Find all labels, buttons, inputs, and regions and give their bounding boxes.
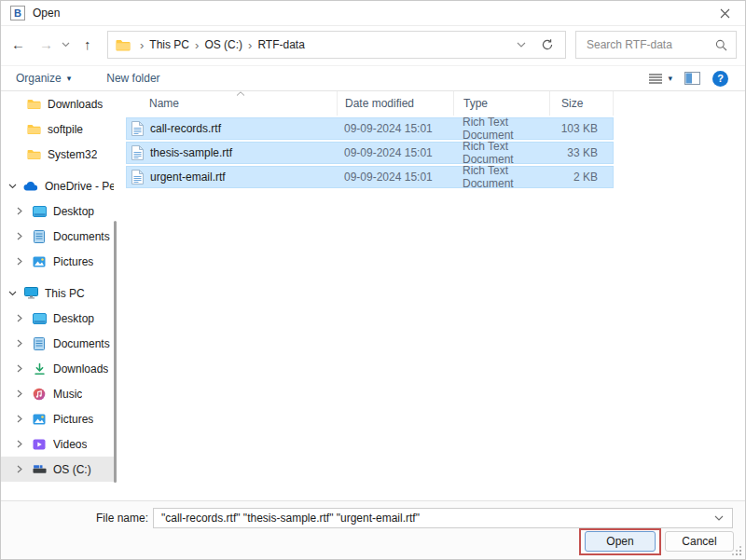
sidebar-item-this-pc[interactable]: This PC [1, 280, 114, 306]
resize-grip[interactable] [732, 546, 741, 555]
file-name: thesis-sample.rtf [150, 146, 232, 159]
file-type: Rich Text Document [454, 116, 550, 142]
sort-ascending-icon [236, 91, 245, 96]
chevron-down-icon[interactable] [8, 291, 17, 296]
chevron-right-icon[interactable] [17, 257, 25, 266]
sidebar-label: Desktop [53, 205, 94, 218]
open-button[interactable]: Open [585, 531, 656, 552]
preview-pane-button[interactable] [684, 72, 700, 85]
navigation-pane: Downloads softpile System32 OneDrive - P… [1, 91, 114, 500]
sidebar-item-onedrive-pictures[interactable]: Pictures [1, 249, 114, 274]
file-type: Rich Text Document [454, 140, 550, 166]
new-folder-label: New folder [106, 72, 159, 85]
file-date: 09-09-2024 15:01 [338, 122, 454, 135]
sidebar-label: Documents [53, 337, 110, 350]
sidebar-item-downloads-quick[interactable]: Downloads [1, 91, 114, 116]
file-name-dropdown-icon[interactable] [706, 515, 732, 521]
sidebar-item-system32[interactable]: System32 [1, 142, 114, 167]
sidebar-label: Pictures [53, 255, 93, 268]
up-icon[interactable]: ↑ [84, 37, 91, 51]
chevron-right-icon[interactable] [17, 314, 25, 322]
desktop-icon [32, 313, 47, 324]
search-box [575, 31, 737, 59]
breadcrumb-item-this-pc[interactable]: This PC [149, 38, 189, 51]
chevron-down-icon[interactable] [8, 184, 17, 189]
column-header-name[interactable]: Name [126, 91, 338, 116]
refresh-icon[interactable] [541, 38, 554, 51]
help-button[interactable]: ? [712, 71, 728, 87]
column-header-type[interactable]: Type [454, 91, 550, 116]
file-row-call-records[interactable]: call-records.rtf 09-09-2024 15:01 Rich T… [126, 117, 614, 140]
onedrive-cloud-icon [23, 182, 38, 191]
chevron-right-icon[interactable] [17, 440, 25, 448]
downloads-icon [32, 362, 47, 376]
forward-icon[interactable]: → [39, 37, 53, 51]
sidebar-label: Documents [53, 230, 110, 243]
file-name-label: File name: [81, 512, 148, 525]
sidebar-item-music[interactable]: Music [1, 381, 114, 406]
new-folder-button[interactable]: New folder [106, 72, 159, 85]
file-size: 33 KB [550, 146, 611, 159]
column-label: Date modified [345, 97, 414, 110]
column-label: Size [561, 97, 583, 110]
chevron-right-icon[interactable] [17, 232, 25, 240]
file-name: urgent-email.rtf [150, 171, 226, 184]
file-name: call-records.rtf [150, 122, 221, 135]
sidebar-scrollbar[interactable] [114, 221, 117, 483]
chevron-right-icon[interactable] [17, 465, 25, 473]
chevron-right-icon[interactable] [17, 339, 25, 348]
search-icon[interactable] [715, 39, 727, 51]
close-button[interactable] [713, 3, 736, 23]
organize-button[interactable]: Organize ▾ [16, 72, 71, 85]
sidebar-label: softpile [48, 123, 83, 136]
file-row-thesis-sample[interactable]: thesis-sample.rtf 09-09-2024 15:01 Rich … [126, 142, 614, 164]
search-input[interactable] [585, 37, 715, 52]
sidebar-item-softpile[interactable]: softpile [1, 116, 114, 142]
breadcrumb: › This PC › OS (C:) › RTF-data [107, 31, 566, 59]
rtf-file-icon [131, 145, 144, 160]
rtf-file-icon [131, 121, 144, 136]
sidebar-label: Downloads [48, 98, 103, 111]
breadcrumb-item-rtf-data[interactable]: RTF-data [257, 38, 304, 51]
window-title: Open [33, 7, 60, 20]
file-size: 2 KB [550, 171, 611, 184]
drive-icon [32, 464, 47, 474]
breadcrumb-separator: › [189, 38, 204, 52]
file-date: 09-09-2024 15:01 [338, 171, 454, 184]
pictures-icon [32, 256, 47, 267]
file-name-input[interactable] [154, 512, 706, 525]
cancel-button[interactable]: Cancel [665, 531, 734, 552]
command-toolbar: Organize ▾ New folder ▾ [1, 65, 745, 91]
sidebar-item-onedrive-desktop[interactable]: Desktop [1, 198, 114, 224]
rtf-file-icon [131, 170, 144, 184]
back-icon[interactable]: ← [11, 37, 25, 51]
address-dropdown-icon[interactable] [517, 42, 526, 48]
sidebar-label: OS (C:) [53, 463, 91, 476]
dialog-footer: File name: Open Cancel [1, 500, 745, 559]
column-headers: Name Date modified Type Size [126, 91, 614, 116]
sidebar-item-onedrive[interactable]: OneDrive - Perso [1, 173, 114, 198]
sidebar-item-os-c[interactable]: OS (C:) [1, 457, 114, 482]
sidebar-item-videos[interactable]: Videos [1, 431, 114, 457]
sidebar-item-documents[interactable]: Documents [1, 331, 114, 356]
open-dialog: B Open ← → ↑ › This PC › OS (C:) › RTF-d… [0, 0, 746, 560]
chevron-right-icon[interactable] [17, 364, 25, 373]
view-options-button[interactable]: ▾ [649, 74, 672, 84]
file-row-urgent-email[interactable]: urgent-email.rtf 09-09-2024 15:01 Rich T… [126, 166, 614, 188]
sidebar-label: OneDrive - Perso [45, 180, 114, 193]
recent-locations-icon[interactable] [62, 42, 70, 48]
chevron-right-icon[interactable] [17, 207, 25, 215]
column-header-size[interactable]: Size [550, 91, 614, 116]
chevron-right-icon[interactable] [17, 415, 25, 423]
videos-icon [32, 439, 47, 450]
column-header-date-modified[interactable]: Date modified [338, 91, 454, 116]
sidebar-item-downloads[interactable]: Downloads [1, 356, 114, 381]
sidebar-item-desktop[interactable]: Desktop [1, 306, 114, 331]
sidebar-item-pictures[interactable]: Pictures [1, 406, 114, 431]
chevron-right-icon[interactable] [17, 389, 25, 398]
folder-icon [26, 99, 41, 110]
list-view-icon [649, 74, 662, 84]
desktop-icon [32, 206, 47, 217]
sidebar-item-onedrive-documents[interactable]: Documents [1, 224, 114, 249]
breadcrumb-item-os-c[interactable]: OS (C:) [204, 38, 242, 51]
